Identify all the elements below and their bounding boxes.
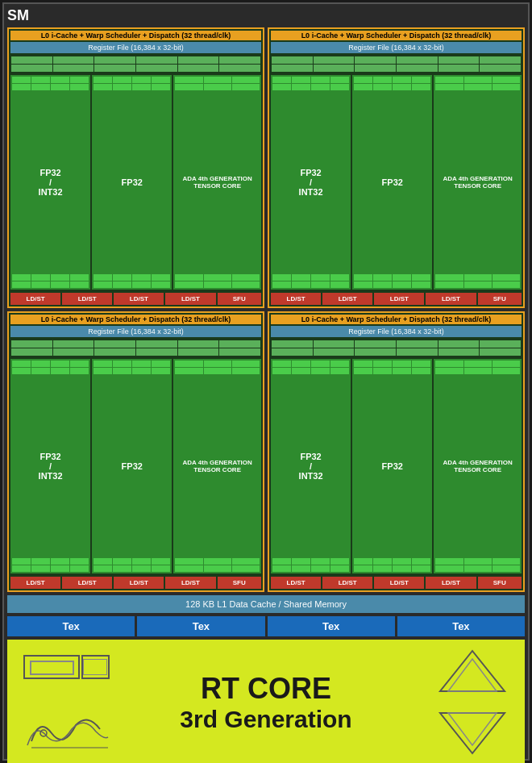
main-compute-3: FP32/INT32 FP32 ADA 4th GENERATION TENSO… [10, 359, 261, 573]
ldst-btn-1-3: LD/ST [114, 293, 164, 305]
rt-box-shape-top [23, 651, 112, 687]
fp32-col-4: FP32 [352, 359, 432, 573]
ldst-btn-2-3: LD/ST [374, 293, 424, 305]
ldst-btn-4-4: LD/ST [426, 577, 476, 589]
main-compute-1: FP32/INT32 FP32 ADA 4th GENERATION TENSO… [10, 75, 261, 290]
main-compute-4: FP32/INT32 FP32 ADA 4th GENERATION TENSO… [271, 359, 522, 573]
sm-container: SM L0 i-Cache + Warp Scheduler + Dispatc… [2, 2, 530, 761]
bottom-bar-2: LD/ST LD/ST LD/ST LD/ST SFU [271, 293, 522, 305]
quadrant-2: L0 i-Cache + Warp Scheduler + Dispatch (… [268, 27, 525, 308]
svg-marker-5 [448, 713, 497, 745]
fp32-int32-col-1: FP32/INT32 [10, 75, 90, 290]
fp32-int32-col-4: FP32/INT32 [271, 359, 351, 573]
ldst-btn-3-4: LD/ST [165, 577, 215, 589]
rt-triangle-bottom [432, 709, 513, 757]
register-file-bar-4: Register File (16,384 x 32-bit) [271, 326, 522, 337]
fp32-col-3: FP32 [92, 359, 172, 573]
fp32-int32-label-4: FP32/INT32 [272, 375, 349, 557]
tex-row: Tex Tex Tex Tex [7, 616, 525, 636]
rt-shapes-right [428, 640, 517, 763]
tex-btn-3: Tex [268, 616, 395, 636]
fp32-label-3: FP32 [94, 375, 170, 557]
tex-btn-2: Tex [137, 616, 264, 636]
bottom-bar-3: LD/ST LD/ST LD/ST LD/ST SFU [10, 577, 261, 589]
bottom-bar-1: LD/ST LD/ST LD/ST LD/ST SFU [10, 293, 261, 305]
ldst-btn-4-3: LD/ST [374, 577, 424, 589]
bottom-bar-4: LD/ST LD/ST LD/ST LD/ST SFU [271, 577, 522, 589]
sfu-btn-4: SFU [478, 577, 522, 589]
fp32-int32-label-2: FP32/INT32 [272, 91, 349, 273]
quadrant-1: L0 i-Cache + Warp Scheduler + Dispatch (… [7, 27, 264, 308]
fp32-col-2: FP32 [352, 75, 432, 290]
ldst-btn-1-4: LD/ST [165, 293, 215, 305]
fp32-label-4: FP32 [354, 375, 430, 557]
rt-core-section: RT CORE 3rd Generation [7, 640, 525, 763]
rt-core-subtitle: 3rd Generation [180, 706, 351, 733]
sfu-btn-3: SFU [218, 577, 262, 589]
tensor-label-1: ADA 4th GENERATION TENSOR CORE [175, 91, 260, 273]
ldst-btn-1-1: LD/ST [10, 293, 60, 305]
tensor-core-col-3: ADA 4th GENERATION TENSOR CORE [173, 359, 261, 573]
register-file-bar-3: Register File (16,384 x 32-bit) [10, 326, 261, 337]
tensor-core-col-1: ADA 4th GENERATION TENSOR CORE [173, 75, 261, 290]
l0-cache-bar-1: L0 i-Cache + Warp Scheduler + Dispatch (… [10, 31, 261, 40]
rt-core-title: RT CORE [180, 672, 351, 706]
tensor-label-2: ADA 4th GENERATION TENSOR CORE [435, 91, 520, 273]
fp32-label-2: FP32 [354, 91, 430, 273]
tensor-label-3: ADA 4th GENERATION TENSOR CORE [175, 375, 260, 557]
ldst-btn-2-2: LD/ST [322, 293, 372, 305]
sm-title: SM [7, 7, 525, 24]
ldst-btn-3-1: LD/ST [10, 577, 60, 589]
sfu-btn-2: SFU [478, 293, 522, 305]
ldst-btn-2-4: LD/ST [426, 293, 476, 305]
ldst-btn-4-1: LD/ST [271, 577, 321, 589]
quadrant-3: L0 i-Cache + Warp Scheduler + Dispatch (… [7, 311, 264, 592]
fp32-int32-label-1: FP32/INT32 [12, 91, 89, 273]
register-file-bar-1: Register File (16,384 x 32-bit) [10, 42, 261, 53]
four-quadrants: L0 i-Cache + Warp Scheduler + Dispatch (… [7, 27, 525, 592]
ldst-btn-2-1: LD/ST [271, 293, 321, 305]
l0-cache-bar-4: L0 i-Cache + Warp Scheduler + Dispatch (… [271, 315, 522, 324]
ldst-btn-3-3: LD/ST [114, 577, 164, 589]
ldst-btn-1-2: LD/ST [62, 293, 112, 305]
rt-triangle-top [432, 647, 513, 695]
tex-btn-1: Tex [7, 616, 135, 636]
fp32-int32-label-3: FP32/INT32 [12, 375, 89, 557]
quadrant-4: L0 i-Cache + Warp Scheduler + Dispatch (… [268, 311, 525, 592]
tensor-core-col-4: ADA 4th GENERATION TENSOR CORE [434, 359, 522, 573]
ldst-btn-4-2: LD/ST [322, 577, 372, 589]
rt-core-text: RT CORE 3rd Generation [180, 672, 351, 733]
l1-cache-bar: 128 KB L1 Data Cache / Shared Memory [7, 595, 525, 613]
fp32-label-1: FP32 [94, 91, 170, 273]
l0-cache-bar-3: L0 i-Cache + Warp Scheduler + Dispatch (… [10, 315, 261, 324]
svg-marker-2 [440, 651, 505, 691]
rt-signature-shape [23, 709, 112, 753]
rt-shapes-left [15, 640, 120, 763]
fp32-col-1: FP32 [92, 75, 172, 290]
fp32-int32-col-2: FP32/INT32 [271, 75, 351, 290]
main-compute-2: FP32/INT32 FP32 ADA 4th GENERATION TENSO… [271, 75, 522, 290]
register-file-bar-2: Register File (16,384 x 32-bit) [271, 42, 522, 53]
tensor-core-col-2: ADA 4th GENERATION TENSOR CORE [434, 75, 522, 290]
fp32-int32-col-3: FP32/INT32 [10, 359, 90, 573]
ldst-btn-3-2: LD/ST [62, 577, 112, 589]
tex-btn-4: Tex [397, 616, 525, 636]
svg-marker-4 [440, 713, 505, 753]
l0-cache-bar-2: L0 i-Cache + Warp Scheduler + Dispatch (… [271, 31, 522, 40]
svg-marker-3 [448, 659, 497, 691]
tensor-label-4: ADA 4th GENERATION TENSOR CORE [435, 375, 520, 557]
sfu-btn-1: SFU [218, 293, 262, 305]
